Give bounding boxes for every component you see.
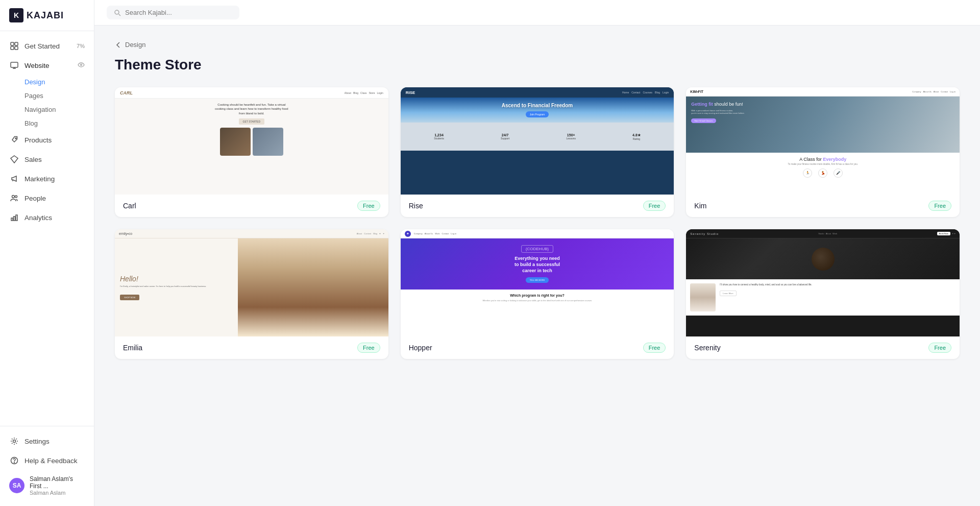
- logo-icon: K: [9, 8, 23, 22]
- sidebar-sub-navigation[interactable]: Navigation: [24, 103, 94, 116]
- theme-preview-hopper: ✦ Company About Us Work Contact Log in {…: [401, 229, 674, 336]
- svg-point-18: [115, 10, 119, 14]
- theme-name-rise: Rise: [409, 202, 423, 210]
- sidebar-label-get-started: Get Started: [24, 42, 60, 50]
- search-wrap[interactable]: [107, 6, 239, 19]
- sidebar-navigation: Get Started 7% Website Design Pages Navi…: [0, 31, 94, 426]
- svg-rect-2: [11, 46, 14, 50]
- theme-card-hopper[interactable]: ✦ Company About Us Work Contact Log in {…: [401, 229, 674, 359]
- eye-icon[interactable]: [78, 61, 85, 70]
- content: Design Theme Store CARL About Blog Class…: [94, 26, 980, 506]
- theme-badge-emilia: Free: [357, 343, 380, 353]
- logo[interactable]: K KAJABI: [0, 0, 94, 31]
- users-icon: [9, 193, 19, 203]
- question-icon: [9, 455, 19, 466]
- theme-preview-carl: CARL About Blog Class Store Login Cookin…: [115, 87, 388, 195]
- sidebar: K KAJABI Get Started 7% Website: [0, 0, 94, 506]
- theme-footer-carl: Carl Free: [115, 195, 388, 217]
- theme-name-carl: Carl: [123, 202, 136, 210]
- theme-card-carl[interactable]: CARL About Blog Class Store Login Cookin…: [115, 87, 388, 217]
- svg-rect-4: [11, 62, 18, 67]
- svg-rect-13: [14, 216, 15, 221]
- user-details: Salman Aslam's First ... Salman Aslam: [30, 475, 85, 496]
- monitor-icon: [9, 60, 19, 70]
- sidebar-label-analytics: Analytics: [24, 214, 52, 222]
- megaphone-icon: [9, 174, 19, 184]
- theme-badge-serenity: Free: [928, 343, 951, 353]
- chart-icon: [9, 212, 19, 223]
- theme-card-kim[interactable]: KIM•FIT Company About Us About Contact L…: [686, 87, 960, 217]
- svg-point-7: [81, 64, 82, 65]
- tag-icon: [9, 135, 19, 145]
- svg-rect-3: [15, 46, 18, 50]
- sidebar-label-sales: Sales: [24, 156, 42, 163]
- theme-footer-serenity: Serenity Free: [686, 336, 960, 359]
- sidebar-item-help[interactable]: Help & Feedback: [0, 451, 94, 470]
- breadcrumb[interactable]: Design: [115, 41, 960, 49]
- website-submenu: Design Pages Navigation Blog: [0, 75, 94, 130]
- sidebar-item-website[interactable]: Website: [0, 56, 94, 75]
- theme-badge-rise: Free: [643, 201, 666, 211]
- theme-footer-emilia: Emilia Free: [115, 336, 388, 359]
- theme-grid: CARL About Blog Class Store Login Cookin…: [115, 87, 960, 359]
- search-input[interactable]: [125, 9, 232, 16]
- logo-text: KAJABI: [27, 10, 64, 21]
- topbar: [94, 0, 980, 26]
- sidebar-label-help: Help & Feedback: [24, 457, 78, 465]
- sidebar-item-products[interactable]: Products: [0, 130, 94, 150]
- theme-preview-emilia: emily•co About Content Blog ♥ ✦ Hello! I…: [115, 229, 388, 336]
- theme-badge-kim: Free: [928, 201, 951, 211]
- theme-name-serenity: Serenity: [694, 344, 720, 352]
- user-name: Salman Aslam's First ...: [30, 475, 85, 490]
- svg-point-11: [15, 196, 17, 198]
- svg-point-17: [14, 463, 15, 463]
- theme-badge-carl: Free: [357, 201, 380, 211]
- svg-line-19: [119, 14, 121, 16]
- theme-preview-serenity: Serenity Studio Studio About Work Book N…: [686, 229, 960, 336]
- theme-footer-rise: Rise Free: [401, 195, 674, 217]
- sidebar-item-analytics[interactable]: Analytics: [0, 208, 94, 227]
- svg-point-15: [13, 440, 16, 443]
- svg-rect-0: [11, 42, 14, 45]
- avatar: SA: [9, 478, 24, 493]
- sidebar-label-website: Website: [24, 62, 50, 69]
- sidebar-sub-design[interactable]: Design: [24, 75, 94, 89]
- sidebar-bottom: Settings Help & Feedback SA Salman Aslam…: [0, 426, 94, 506]
- theme-name-kim: Kim: [694, 202, 706, 210]
- theme-badge-hopper: Free: [643, 343, 666, 353]
- sidebar-sub-blog[interactable]: Blog: [24, 116, 94, 130]
- sidebar-item-settings[interactable]: Settings: [0, 431, 94, 451]
- sidebar-label-marketing: Marketing: [24, 175, 55, 183]
- theme-preview-rise: RISE Home Contact Courses Blog Login Asc…: [401, 87, 674, 195]
- theme-footer-hopper: Hopper Free: [401, 336, 674, 359]
- svg-point-8: [15, 138, 16, 139]
- svg-point-10: [12, 196, 15, 198]
- theme-card-serenity[interactable]: Serenity Studio Studio About Work Book N…: [686, 229, 960, 359]
- svg-rect-12: [11, 218, 13, 221]
- sidebar-item-marketing[interactable]: Marketing: [0, 169, 94, 188]
- gear-icon: [9, 436, 19, 446]
- sidebar-sub-pages[interactable]: Pages: [24, 89, 94, 103]
- sidebar-item-get-started[interactable]: Get Started 7%: [0, 36, 94, 56]
- breadcrumb-text: Design: [125, 41, 145, 49]
- theme-card-rise[interactable]: RISE Home Contact Courses Blog Login Asc…: [401, 87, 674, 217]
- search-icon: [114, 9, 121, 16]
- sidebar-item-sales[interactable]: Sales: [0, 150, 94, 169]
- diamond-icon: [9, 154, 19, 164]
- sidebar-label-settings: Settings: [24, 438, 50, 445]
- get-started-badge: 7%: [77, 43, 85, 49]
- theme-name-hopper: Hopper: [409, 344, 432, 352]
- theme-preview-kim: KIM•FIT Company About Us About Contact L…: [686, 87, 960, 195]
- sidebar-label-products: Products: [24, 136, 52, 144]
- theme-card-emilia[interactable]: emily•co About Content Blog ♥ ✦ Hello! I…: [115, 229, 388, 359]
- user-sub: Salman Aslam: [30, 490, 85, 496]
- back-arrow-icon: [115, 41, 122, 49]
- user-info[interactable]: SA Salman Aslam's First ... Salman Aslam: [0, 470, 94, 501]
- sidebar-item-people[interactable]: People: [0, 188, 94, 208]
- page-title: Theme Store: [115, 57, 960, 73]
- main-wrapper: Design Theme Store CARL About Blog Class…: [94, 0, 980, 506]
- theme-footer-kim: Kim Free: [686, 195, 960, 217]
- theme-name-emilia: Emilia: [123, 344, 142, 352]
- svg-rect-14: [16, 215, 17, 221]
- avatar-initials: SA: [13, 482, 21, 489]
